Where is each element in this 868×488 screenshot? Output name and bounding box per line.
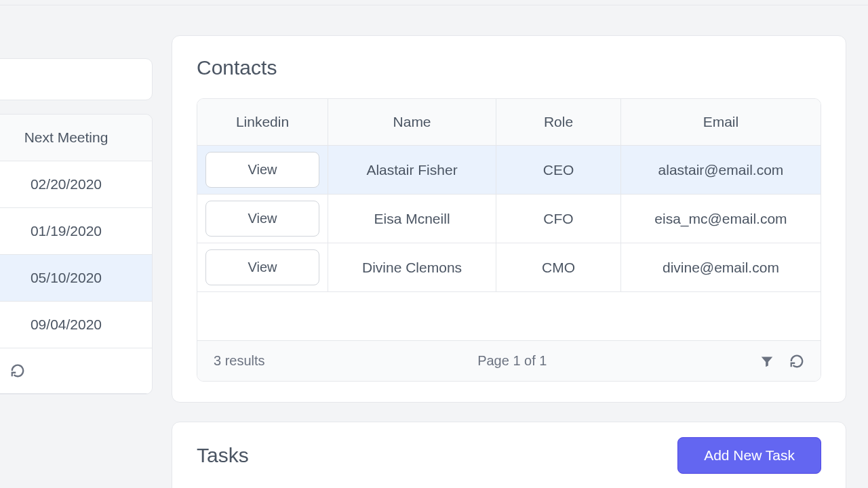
contacts-footer: 3 results Page 1 of 1 [214, 353, 804, 369]
right-panel: Contacts Linkedin Name Role Email ViewAl… [172, 5, 868, 488]
meeting-date: 09/04/2020 [0, 302, 152, 348]
refresh-icon[interactable] [789, 354, 804, 369]
contacts-header-role[interactable]: Role [496, 99, 621, 146]
contact-role: CMO [496, 243, 621, 292]
meeting-date: 05/10/2020 [0, 255, 152, 302]
contacts-row[interactable]: ViewEisa McneillCFOeisa_mc@email.com [197, 195, 821, 243]
meetings-row[interactable]: 02/20/2020 [0, 161, 152, 208]
contact-name: Alastair Fisher [328, 146, 496, 195]
meeting-date: 02/20/2020 [0, 161, 152, 208]
filter-icon[interactable] [760, 354, 774, 369]
contacts-title: Contacts [197, 56, 821, 79]
contact-email: alastair@email.com [621, 146, 821, 195]
contact-linkedin-cell: View [197, 146, 328, 195]
main-container: Next Meeting 02/20/202001/19/202005/10/2… [0, 5, 868, 488]
meetings-footer [0, 348, 152, 394]
meetings-row[interactable]: 09/04/2020 [0, 302, 152, 348]
contact-linkedin-cell: View [197, 243, 328, 292]
contact-role: CFO [496, 195, 621, 243]
left-panel: Next Meeting 02/20/202001/19/202005/10/2… [0, 5, 153, 488]
contact-role: CEO [496, 146, 621, 195]
search-input[interactable] [0, 58, 153, 100]
contacts-body: ViewAlastair FisherCEOalastair@email.com… [197, 146, 821, 292]
view-linkedin-button[interactable]: View [205, 152, 319, 188]
contact-email: divine@email.com [621, 243, 821, 292]
contacts-empty-row [197, 292, 821, 341]
refresh-icon[interactable] [10, 363, 25, 378]
view-linkedin-button[interactable]: View [205, 249, 319, 285]
contacts-row[interactable]: ViewDivine ClemonsCMOdivine@email.com [197, 243, 821, 292]
meetings-header-next-meeting[interactable]: Next Meeting [0, 115, 152, 161]
tasks-title: Tasks [197, 444, 249, 467]
contact-name: Divine Clemons [328, 243, 496, 292]
contacts-page-indicator: Page 1 of 1 [477, 353, 547, 369]
contacts-header-email[interactable]: Email [621, 99, 821, 146]
window-chrome [0, 0, 868, 5]
add-new-task-button[interactable]: Add New Task [677, 437, 821, 474]
contacts-results-count: 3 results [214, 353, 265, 369]
contact-linkedin-cell: View [197, 195, 328, 243]
contacts-row[interactable]: ViewAlastair FisherCEOalastair@email.com [197, 146, 821, 195]
contact-email: eisa_mc@email.com [621, 195, 821, 243]
contacts-table: Linkedin Name Role Email ViewAlastair Fi… [197, 98, 821, 382]
tasks-card: Tasks Add New Task [172, 422, 846, 488]
meetings-table: Next Meeting 02/20/202001/19/202005/10/2… [0, 114, 153, 394]
meetings-row[interactable]: 05/10/2020 [0, 255, 152, 302]
view-linkedin-button[interactable]: View [205, 201, 319, 237]
meeting-date: 01/19/2020 [0, 208, 152, 255]
contact-name: Eisa Mcneill [328, 195, 496, 243]
contacts-header-name[interactable]: Name [328, 99, 496, 146]
meetings-body: 02/20/202001/19/202005/10/202009/04/2020 [0, 161, 152, 348]
meetings-row[interactable]: 01/19/2020 [0, 208, 152, 255]
contacts-card: Contacts Linkedin Name Role Email ViewAl… [172, 35, 846, 403]
contacts-header-linkedin[interactable]: Linkedin [197, 99, 328, 146]
